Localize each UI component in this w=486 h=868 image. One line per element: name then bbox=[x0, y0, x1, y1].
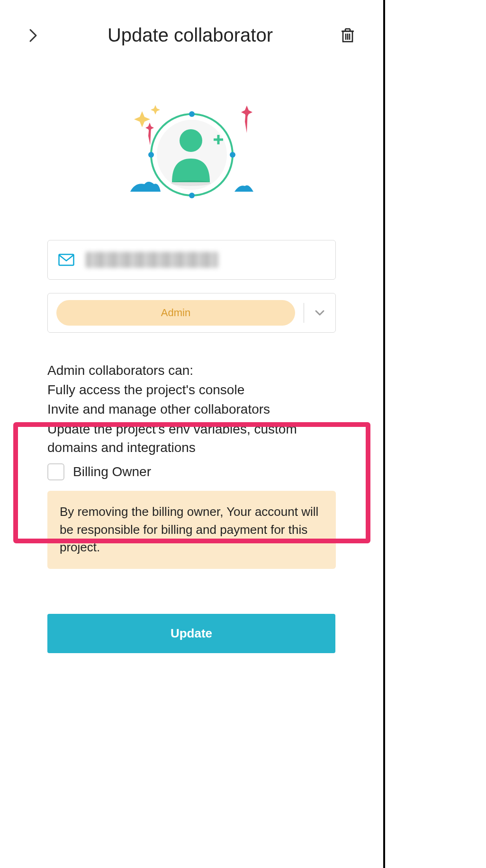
desc-line: Update the project's env variables, cust… bbox=[47, 420, 336, 457]
role-description: Admin collaborators can: Fully access th… bbox=[0, 361, 383, 457]
billing-warning: By removing the billing owner, Your acco… bbox=[47, 491, 336, 569]
collaborator-illustration bbox=[0, 103, 383, 207]
update-button[interactable]: Update bbox=[47, 614, 335, 653]
billing-owner-checkbox[interactable] bbox=[47, 463, 64, 480]
desc-heading: Admin collaborators can: bbox=[47, 361, 336, 380]
email-value-redacted bbox=[86, 252, 218, 268]
svg-point-12 bbox=[148, 152, 154, 158]
svg-point-9 bbox=[189, 111, 195, 117]
role-selector[interactable]: Admin bbox=[47, 293, 336, 333]
chevron-right-icon bbox=[28, 28, 38, 43]
role-dropdown-toggle[interactable] bbox=[313, 306, 327, 320]
svg-point-11 bbox=[189, 193, 195, 198]
back-button[interactable] bbox=[27, 29, 40, 42]
trash-icon bbox=[341, 27, 355, 44]
divider bbox=[304, 303, 304, 323]
desc-line: Invite and manage other collaborators bbox=[47, 400, 336, 418]
mail-icon bbox=[58, 254, 74, 266]
email-field[interactable] bbox=[47, 240, 336, 280]
delete-button[interactable] bbox=[341, 27, 357, 44]
page-title: Update collaborator bbox=[40, 25, 341, 46]
svg-point-14 bbox=[180, 129, 202, 152]
svg-point-10 bbox=[230, 152, 235, 158]
billing-owner-label: Billing Owner bbox=[73, 464, 151, 479]
role-pill: Admin bbox=[56, 300, 295, 326]
svg-point-15 bbox=[171, 180, 211, 186]
desc-line: Fully access the project's console bbox=[47, 381, 336, 399]
chevron-down-icon bbox=[315, 310, 325, 316]
